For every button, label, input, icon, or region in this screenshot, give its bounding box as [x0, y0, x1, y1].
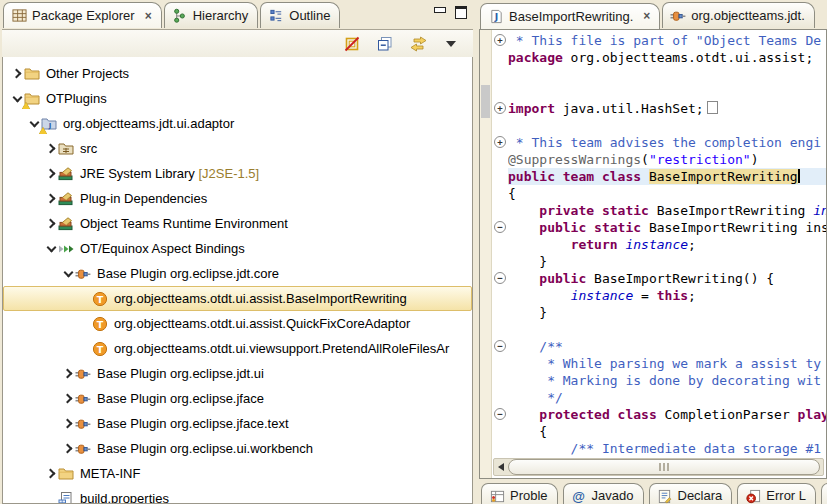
tab-proble[interactable]: Proble: [481, 483, 558, 504]
collapse-all-icon[interactable]: [375, 34, 395, 54]
java-editor[interactable]: +++−−−− * This file is part of "Object T…: [479, 29, 827, 479]
tree-item-jre-system-library[interactable]: JRE System Library [J2SE-1.5]: [3, 161, 472, 186]
expand-arrow-icon[interactable]: [44, 170, 58, 177]
expand-arrow-icon[interactable]: [61, 445, 75, 452]
fold-collapse-icon[interactable]: −: [494, 272, 506, 284]
fold-expand-icon[interactable]: +: [494, 102, 506, 114]
tree-item-other-projects[interactable]: Other Projects: [3, 61, 472, 86]
code-line[interactable]: import java.util.HashSet;: [508, 100, 826, 117]
javadoc-icon: @: [571, 488, 587, 504]
code-area[interactable]: * This file is part of "Object Teams Dep…: [508, 32, 826, 474]
link-with-editor-icon[interactable]: [408, 34, 428, 54]
expand-arrow-icon[interactable]: [44, 145, 58, 152]
tree-item-base-plugin-org-eclipse-jface[interactable]: Base Plugin org.eclipse.jface: [3, 386, 472, 411]
code-line[interactable]: * This team advises the completion engi: [508, 134, 826, 151]
code-segment: * This file is part of "Object Teams De: [508, 33, 821, 48]
tab-hierarchy[interactable]: Hierarchy: [164, 2, 259, 28]
scroll-left-arrow-icon[interactable]: [494, 463, 508, 471]
code-line-current[interactable]: public team class BaseImportRewriting: [508, 168, 826, 185]
code-line[interactable]: [508, 66, 826, 83]
annotation-ruler[interactable]: [480, 30, 492, 478]
fold-expand-icon[interactable]: +: [494, 34, 506, 46]
code-line[interactable]: */: [508, 389, 826, 406]
scrollbar-thumb[interactable]: [508, 459, 820, 475]
code-line[interactable]: public BaseImportRewriting() {: [508, 270, 826, 287]
tree-item-org-objectteams-otdt-ui-viewsupport-pret[interactable]: Torg.objectteams.otdt.ui.viewsupport.Pre…: [3, 336, 472, 361]
tree-item-base-plugin-org-eclipse-jface-text[interactable]: Base Plugin org.eclipse.jface.text: [3, 411, 472, 436]
tree-item-org-objectteams-otdt-ui-assist-baseimpor[interactable]: Torg.objectteams.otdt.ui.assist.BaseImpo…: [3, 286, 472, 311]
tree-item-object-teams-runtime-environment[interactable]: Object Teams Runtime Environment: [3, 211, 472, 236]
expand-arrow-icon[interactable]: [44, 470, 58, 477]
view-menu-icon[interactable]: [441, 34, 461, 54]
close-icon[interactable]: ×: [643, 10, 650, 22]
plug-icon: [75, 391, 93, 407]
code-line[interactable]: * While parsing we mark a assist ty: [508, 355, 826, 372]
expand-arrow-icon[interactable]: [61, 395, 75, 402]
code-segment: /** Intermediate data storage #1: [508, 441, 821, 456]
code-line[interactable]: @SuppressWarnings("restriction"): [508, 151, 826, 168]
tab-error-l[interactable]: Error L: [737, 483, 816, 504]
collapse-arrow-icon[interactable]: [10, 97, 24, 101]
code-line[interactable]: [508, 321, 826, 338]
code-line[interactable]: * This file is part of "Object Teams De: [508, 32, 826, 49]
tab-package-explorer[interactable]: Package Explorer×: [3, 2, 162, 28]
expand-arrow-icon[interactable]: [10, 70, 24, 77]
tree-item-meta-inf[interactable]: META-INF: [3, 461, 472, 486]
code-line[interactable]: /** Intermediate data storage #1: [508, 440, 826, 457]
tree-item-base-plugin-org-eclipse-jdt-core[interactable]: Base Plugin org.eclipse.jdt.core: [3, 261, 472, 286]
tab-javado[interactable]: @Javado: [563, 483, 644, 504]
code-line[interactable]: private static BaseImportRewriting insta…: [508, 202, 826, 219]
tree-item-ot-equinox-aspect-bindings[interactable]: OT/Equinox Aspect Bindings: [3, 236, 472, 261]
tree-item-base-plugin-org-eclipse-ui-workbench[interactable]: Base Plugin org.eclipse.ui.workbench: [3, 436, 472, 461]
code-segment: }: [508, 254, 547, 269]
tab-ot[interactable]: §sOT/: [821, 483, 827, 504]
fold-collapse-icon[interactable]: −: [494, 340, 506, 352]
tree-item-plug-in-dependencies[interactable]: Plug-in Dependencies: [3, 186, 472, 211]
tab-declara[interactable]: Declara: [649, 483, 733, 504]
code-line[interactable]: {: [508, 185, 826, 202]
close-icon[interactable]: ×: [145, 10, 152, 22]
code-line[interactable]: }: [508, 304, 826, 321]
fold-expand-icon[interactable]: +: [494, 136, 506, 148]
editor-hscrollbar[interactable]: [493, 458, 824, 476]
bottom-view-stack: Proble@JavadoDeclaraError L§sOT/: [479, 480, 827, 504]
editor-tabbar: JBaseImportRewriting.×org.objectteams.jd…: [479, 0, 827, 29]
collapse-arrow-icon[interactable]: [61, 272, 75, 276]
code-line[interactable]: }: [508, 253, 826, 270]
expand-arrow-icon[interactable]: [61, 420, 75, 427]
package-explorer-tree[interactable]: Other ProjectsOTPluginsJorg.objectteams.…: [2, 57, 473, 504]
code-line[interactable]: /**: [508, 338, 826, 355]
code-line[interactable]: package org.objectteams.otdt.ui.assist;: [508, 49, 826, 66]
code-line[interactable]: protected class CompletionParser playedB…: [508, 406, 826, 423]
tree-item-org-objectteams-jdt-ui-adaptor[interactable]: Jorg.objectteams.jdt.ui.adaptor: [3, 111, 472, 136]
minimize-icon[interactable]: [434, 7, 446, 13]
collapsed-region-icon[interactable]: [707, 101, 718, 114]
tree-item-otplugins[interactable]: OTPlugins: [3, 86, 472, 111]
code-line[interactable]: public static BaseImportRewriting instan…: [508, 219, 826, 236]
code-segment: (: [641, 152, 649, 167]
tree-item-build-properties[interactable]: build.properties: [3, 486, 472, 504]
code-line[interactable]: [508, 117, 826, 134]
maximize-icon[interactable]: [455, 6, 467, 19]
expand-arrow-icon[interactable]: [61, 370, 75, 377]
tree-item-org-objectteams-otdt-ui-assist-quickfixc[interactable]: Torg.objectteams.otdt.ui.assist.QuickFix…: [3, 311, 472, 336]
code-line[interactable]: instance = this;: [508, 287, 826, 304]
collapse-arrow-icon[interactable]: [27, 122, 41, 126]
filter-disabled-icon[interactable]: [342, 34, 362, 54]
code-line[interactable]: * Marking is done by decorating wit: [508, 372, 826, 389]
tab-outline[interactable]: Outline: [260, 2, 340, 28]
expand-arrow-icon[interactable]: [44, 195, 58, 202]
code-line[interactable]: {: [508, 423, 826, 440]
tab-baseimportrewriting[interactable]: JBaseImportRewriting.×: [480, 3, 660, 29]
expand-arrow-icon[interactable]: [44, 220, 58, 227]
code-line[interactable]: return instance;: [508, 236, 826, 253]
fold-collapse-icon[interactable]: −: [494, 408, 506, 420]
tree-item-base-plugin-org-eclipse-jdt-ui[interactable]: Base Plugin org.eclipse.jdt.ui: [3, 361, 472, 386]
fold-collapse-icon[interactable]: −: [494, 221, 506, 233]
tree-item-src[interactable]: src: [3, 136, 472, 161]
code-line[interactable]: [508, 83, 826, 100]
collapse-arrow-icon[interactable]: [44, 247, 58, 251]
tab-org-objectteams-jdt[interactable]: org.objectteams.jdt.: [662, 2, 814, 28]
tree-item-label: Other Projects: [42, 66, 129, 81]
code-segment: [508, 407, 539, 422]
